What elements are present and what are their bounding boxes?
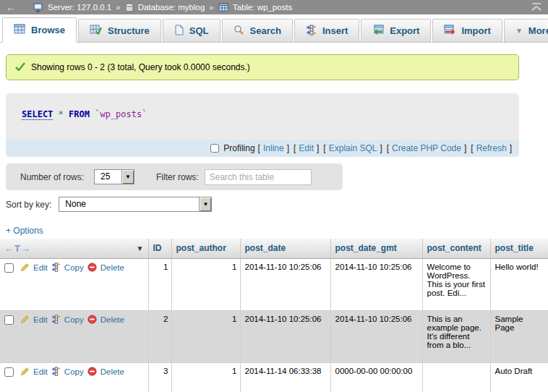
column-header-post-date[interactable]: post_date bbox=[240, 239, 330, 258]
tab-label: Import bbox=[461, 25, 490, 36]
sql-keyword-from: FROM bbox=[69, 109, 90, 119]
refresh-link[interactable]: Refresh bbox=[476, 143, 507, 153]
bracket: [ bbox=[257, 143, 262, 153]
edit-link[interactable]: Edit bbox=[33, 263, 48, 272]
copy-link[interactable]: Copy bbox=[64, 315, 84, 324]
inline-link[interactable]: Inline bbox=[263, 143, 284, 153]
insert-icon bbox=[306, 25, 317, 38]
edit-query-link[interactable]: Edit bbox=[299, 143, 314, 153]
column-header-post-content[interactable]: post_content bbox=[422, 239, 490, 258]
filter-rows-input[interactable] bbox=[205, 169, 312, 185]
options-toggle-link[interactable]: + Options bbox=[6, 226, 43, 236]
cell-post-title: Hello world! bbox=[490, 258, 548, 310]
tab-structure[interactable]: Structure bbox=[78, 19, 161, 42]
delete-link[interactable]: Delete bbox=[100, 367, 124, 376]
bracket: ] bbox=[508, 143, 513, 153]
sort-by-key-select[interactable]: None ▼ bbox=[59, 197, 212, 212]
profiling-label: Profiling bbox=[223, 143, 254, 153]
check-icon bbox=[15, 62, 25, 73]
column-header-id[interactable]: ID bbox=[148, 239, 171, 258]
back-arrow-icon[interactable]: ← bbox=[6, 2, 16, 12]
column-header-post-author[interactable]: post_author bbox=[171, 239, 240, 258]
browse-icon bbox=[14, 24, 25, 36]
tab-label: SQL bbox=[189, 25, 209, 36]
breadcrumb-server[interactable]: Server: 127.0.0.1 bbox=[48, 3, 111, 12]
database-icon bbox=[125, 3, 134, 12]
breadcrumb-database[interactable]: Database: myblog bbox=[138, 3, 205, 12]
cell-id: 3 bbox=[148, 362, 171, 392]
number-of-rows-label: Number of rows: bbox=[20, 172, 84, 182]
tab-more[interactable]: ▼ More bbox=[504, 19, 548, 42]
tab-browse[interactable]: Browse bbox=[2, 17, 77, 42]
cell-post-date: 2014-11-10 10:25:06 bbox=[240, 310, 330, 362]
tab-import[interactable]: Import bbox=[432, 19, 502, 42]
sql-keyword-select[interactable]: SELECT bbox=[22, 109, 53, 120]
tab-sql[interactable]: SQL bbox=[163, 19, 221, 42]
bracket: ] bbox=[378, 143, 383, 153]
select-arrow-icon: ▼ bbox=[121, 170, 134, 184]
delete-icon bbox=[87, 315, 97, 325]
sort-by-key-label: Sort by key: bbox=[6, 200, 51, 210]
cell-post-title: Sample Page bbox=[490, 310, 548, 362]
explain-sql-link[interactable]: Explain SQL bbox=[329, 143, 377, 153]
row-checkbox[interactable] bbox=[4, 263, 14, 273]
table-row: Edit Copy Delete 2 1 2014-11-10 10:25:06… bbox=[0, 310, 548, 362]
tab-insert[interactable]: Insert bbox=[294, 19, 359, 42]
edit-link[interactable]: Edit bbox=[33, 315, 48, 324]
cell-post-date: 2014-11-10 10:25:06 bbox=[240, 258, 330, 310]
row-checkbox[interactable] bbox=[4, 315, 14, 325]
row-checkbox[interactable] bbox=[4, 367, 14, 377]
chevron-down-icon: ▼ bbox=[515, 27, 523, 35]
cell-post-content: Welcome to WordPress. This is your first… bbox=[422, 258, 490, 310]
collapse-top-icon[interactable] bbox=[531, 3, 542, 12]
server-icon bbox=[33, 3, 43, 12]
edit-pencil-icon bbox=[20, 315, 30, 325]
table-header-row: ←T→ ▼ ID post_author post_date post_date… bbox=[0, 239, 548, 258]
tab-label: Structure bbox=[108, 25, 150, 36]
cell-post-date-gmt: 2014-11-10 10:25:06 bbox=[330, 310, 422, 362]
header-dropdown-icon[interactable]: ▼ bbox=[137, 244, 144, 252]
tab-export[interactable]: Export bbox=[361, 19, 431, 42]
delete-icon bbox=[87, 263, 97, 273]
delete-link[interactable]: Delete bbox=[100, 315, 124, 324]
column-arrows-icon[interactable]: ←T→ bbox=[4, 243, 31, 254]
edit-pencil-icon bbox=[20, 367, 30, 378]
column-header-post-date-gmt[interactable]: post_date_gmt bbox=[330, 239, 422, 258]
bracket: [ bbox=[469, 143, 474, 153]
bracket: [ bbox=[385, 143, 390, 153]
tab-search[interactable]: Search bbox=[222, 19, 293, 42]
delete-link[interactable]: Delete bbox=[100, 263, 124, 272]
copy-icon bbox=[51, 367, 61, 378]
tab-bar: Browse Structure SQL Search Insert Expor… bbox=[0, 19, 548, 43]
breadcrumb-table[interactable]: Table: wp_posts bbox=[233, 3, 292, 12]
copy-link[interactable]: Copy bbox=[64, 263, 84, 272]
number-of-rows-select[interactable]: 25 ▼ bbox=[94, 169, 134, 184]
cell-post-author: 1 bbox=[171, 258, 240, 310]
sort-row: Sort by key: None ▼ bbox=[6, 197, 212, 212]
cell-post-author: 1 bbox=[171, 310, 240, 362]
cell-post-content: This is an example page. It's different … bbox=[422, 310, 490, 362]
profiling-checkbox[interactable] bbox=[210, 144, 219, 153]
sql-query-text: SELECT * FROM `wp_posts` bbox=[22, 109, 147, 119]
cell-post-content bbox=[422, 362, 490, 392]
status-message-text: Showing rows 0 - 2 (3 total, Query took … bbox=[31, 62, 250, 72]
sql-query-box: SELECT * FROM `wp_posts` Profiling [ Inl… bbox=[6, 93, 519, 157]
copy-link[interactable]: Copy bbox=[64, 367, 84, 376]
edit-link[interactable]: Edit bbox=[33, 367, 48, 376]
bracket: [ bbox=[322, 143, 327, 153]
copy-icon bbox=[51, 263, 61, 273]
cell-post-date: 2014-11-14 06:33:38 bbox=[240, 362, 330, 392]
header-actions-cell: ←T→ ▼ bbox=[0, 239, 148, 258]
bracket: [ bbox=[292, 143, 297, 153]
column-header-post-title[interactable]: post_title bbox=[490, 239, 548, 258]
query-tools-bar: Profiling [ Inline ] [ Edit ] [ Explain … bbox=[6, 140, 519, 157]
breadcrumb-bar: ← Server: 127.0.0.1 » Database: myblog »… bbox=[0, 0, 548, 14]
results-table: ←T→ ▼ ID post_author post_date post_date… bbox=[0, 239, 548, 392]
bracket: ] bbox=[315, 143, 320, 153]
rows-control-bar: Number of rows: 25 ▼ Filter rows: bbox=[6, 163, 343, 190]
import-icon bbox=[444, 25, 455, 37]
create-php-code-link[interactable]: Create PHP Code bbox=[392, 143, 461, 153]
tab-label: More bbox=[528, 25, 548, 36]
sort-by-key-value: None bbox=[59, 197, 93, 211]
copy-icon bbox=[51, 315, 61, 325]
